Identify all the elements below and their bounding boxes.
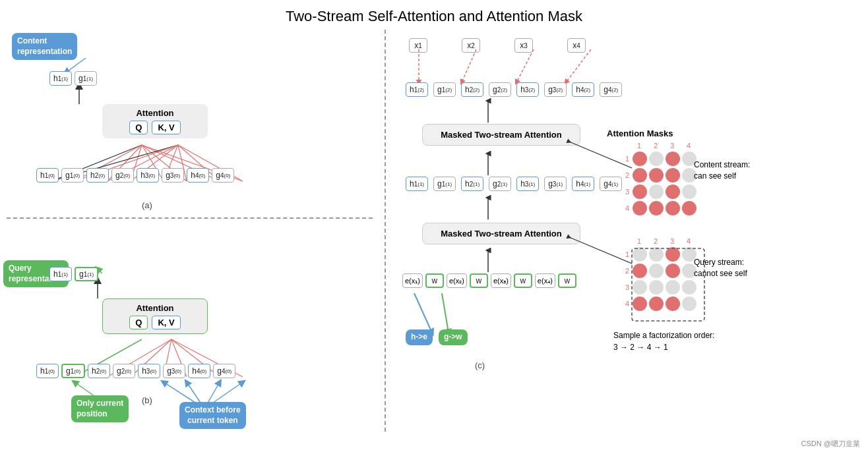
h1-0-b: h1(0) (36, 364, 59, 378)
g1-1-r: g1(1) (433, 177, 456, 191)
query-stream-label: Query stream:cannot see self (694, 257, 747, 279)
layer0-tokens-a: h1(0) g1(0) h2(0) g2(0) h3(0) g3(0) h4(0… (36, 168, 234, 183)
h1-2: h1(2) (406, 82, 428, 97)
ex4-token: e(x₄) (535, 273, 555, 288)
g4-1-r: g4(1) (600, 177, 622, 191)
attn-masks-title: Attention Masks (607, 128, 673, 138)
g1-2: g1(2) (433, 82, 456, 97)
g3-0-b: g3(0) (163, 364, 185, 378)
g4-0-a: g4(0) (212, 168, 234, 183)
kv-button-b: K, V (152, 316, 180, 329)
h2-0-a: h2(0) (86, 168, 109, 183)
q-button-a: Q (129, 121, 148, 134)
masked-attn-box-2: Masked Two-stream Attention (422, 223, 580, 244)
content-bubble: Contentrepresentation (12, 33, 77, 60)
g4-0-b: g4(0) (213, 364, 235, 378)
h3-1-r: h3(1) (516, 177, 539, 191)
w3-token: w (514, 273, 532, 288)
g1-0-a: g1(0) (61, 168, 84, 183)
section-c-label: (c) (475, 359, 485, 371)
section-a-label: (a) (142, 199, 152, 211)
w4-token: w (558, 273, 576, 288)
ex3-token: e(x₃) (491, 273, 511, 288)
vertical-divider (385, 30, 386, 432)
mask-col-labels: 1 2 3 4 (632, 142, 696, 150)
h3-0-a: h3(0) (137, 168, 159, 183)
g1-1-b: g1(1) (75, 267, 98, 281)
query-mask-container: 1 2 3 (620, 247, 697, 311)
g3-1-r: g3(1) (544, 177, 567, 191)
h1-1-r: h1(1) (406, 177, 428, 191)
svg-line-25 (66, 58, 86, 72)
h4-1-r: h4(1) (572, 177, 594, 191)
h-to-e-bubble: h->e (406, 329, 433, 345)
layer0-tokens-b: h1(0) g1(0) h2(0) g2(0) h3(0) g3(0) h4(0… (36, 364, 235, 378)
layer2-tokens: h1(2) g1(2) h2(2) g2(2) h3(2) g3(2) h4(2… (406, 82, 622, 97)
content-mask-container: 1 2 3 (620, 152, 697, 215)
watermark: CSDN @嗯刀韭菜 (801, 439, 860, 449)
g4-2: g4(2) (600, 82, 622, 97)
g-to-w-bubble: g->w (439, 329, 468, 345)
horizontal-divider (7, 217, 373, 219)
content-stream-label: Content stream:can see self (694, 159, 750, 182)
factorization-label: Sample a factorization order:3 → 2 → 4 →… (613, 329, 714, 353)
w1-token: w (425, 273, 444, 288)
h1-1-token: h1(1) (49, 71, 72, 86)
h1-0-a: h1(0) (36, 168, 59, 183)
kv-button-a: K, V (152, 121, 180, 134)
layer1-tokens-b: h1(1) g1(1) (49, 267, 98, 281)
ex2-token: e(x₂) (447, 273, 467, 288)
g2-0-b: g2(0) (113, 364, 135, 378)
page-title: Two-Stream Self-Attention and Attention … (0, 0, 868, 25)
x4-token: x4 (567, 38, 586, 53)
h2-1-r: h2(1) (461, 177, 483, 191)
g2-0-a: g2(0) (111, 168, 134, 183)
g2-1-r: g2(1) (489, 177, 511, 191)
x-tokens-row: x1 x2 x3 x4 (409, 38, 586, 53)
attention-box-b: Attention Q K, V (102, 298, 208, 334)
x3-token: x3 (514, 38, 533, 53)
section-b-label: (b) (142, 394, 152, 406)
h2-0-b: h2(0) (88, 364, 110, 378)
h4-2: h4(2) (572, 82, 594, 97)
h2-2: h2(2) (461, 82, 483, 97)
h3-2: h3(2) (516, 82, 539, 97)
svg-line-33 (462, 49, 476, 82)
x2-token: x2 (462, 38, 480, 53)
g3-2: g3(2) (544, 82, 567, 97)
svg-line-41 (442, 293, 449, 333)
masked-attn-box-1: Masked Two-stream Attention (422, 124, 580, 146)
h4-0-b: h4(0) (188, 364, 210, 378)
query-mask-col-labels: 1 2 3 4 (632, 237, 696, 245)
layer1-tokens-a: h1(1) g1(1) (49, 71, 97, 86)
h1-1-b: h1(1) (49, 267, 72, 281)
svg-line-34 (516, 49, 534, 82)
layer1-tokens-right: h1(1) g1(1) h2(1) g2(1) h3(1) g3(1) h4(1… (406, 177, 622, 191)
embed-tokens-row: e(x₁) w e(x₂) w e(x₃) w e(x₄) w (402, 273, 576, 288)
g1-1-token: g1(1) (75, 71, 97, 86)
main-container: Two-Stream Self-Attention and Attention … (0, 0, 868, 454)
context-before-bubble: Context beforecurrent token (179, 402, 246, 429)
h4-0-a: h4(0) (187, 168, 209, 183)
x1-token: x1 (409, 38, 427, 53)
w2-token: w (470, 273, 488, 288)
attention-box-a: Attention Q K, V (102, 104, 208, 138)
svg-line-40 (414, 293, 432, 333)
g3-0-a: g3(0) (162, 168, 184, 183)
g2-2: g2(2) (489, 82, 511, 97)
svg-line-35 (566, 49, 591, 82)
q-button-b: Q (129, 316, 148, 329)
ex1-token: e(x₁) (402, 273, 423, 288)
only-current-bubble: Only currentposition (71, 395, 129, 422)
g1-0-b: g1(0) (61, 364, 85, 378)
h3-0-b: h3(0) (138, 364, 160, 378)
